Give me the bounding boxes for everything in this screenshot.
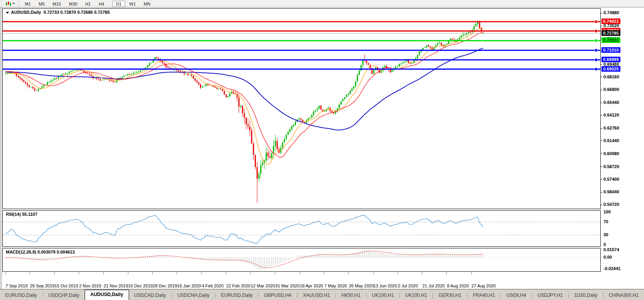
time-axis-label: 4 Feb 2020 bbox=[202, 283, 224, 288]
price-axis-tick: 0.64120 bbox=[601, 113, 619, 117]
macd-label: MACD(12,26,9) 0.003079 0.004613 bbox=[6, 250, 75, 254]
current-price-label: 0.72785 bbox=[601, 30, 620, 36]
level-price-label: 0.71010 bbox=[601, 47, 620, 53]
chevron-down-icon bbox=[13, 3, 15, 4]
timeframe-m5-button[interactable]: M5 bbox=[35, 1, 48, 7]
time-axis-label: 8 Aug 2020 bbox=[447, 283, 469, 288]
price-axis-tick: 0.68160 bbox=[601, 74, 619, 79]
time-axis-tick bbox=[471, 272, 472, 274]
time-axis-label: 26 Sep 2019 bbox=[30, 283, 54, 288]
chart-tab-hk50-h1[interactable]: HK50,H1 bbox=[336, 291, 366, 300]
time-axis-tick bbox=[201, 272, 202, 274]
chart-title: AUDUSD,Daily 0.72733 0.72870 0.72685 0.7… bbox=[6, 10, 110, 15]
toolbar-grip[interactable] bbox=[1, 1, 3, 6]
level-price-label: 0.69025 bbox=[601, 66, 620, 72]
chart-tab-dj30-daily[interactable]: DJ30,Daily bbox=[569, 291, 602, 300]
time-axis-tick bbox=[275, 272, 275, 274]
chart-tab-ger30-h1[interactable]: GER30,H1 bbox=[433, 291, 466, 300]
time-axis-tick bbox=[79, 272, 79, 274]
rsi-label: RSI(14) 55.1107 bbox=[6, 212, 37, 217]
timeframe-m1-button[interactable]: M1 bbox=[21, 1, 34, 7]
time-axis-tick bbox=[446, 272, 447, 274]
timeframe-h4-button[interactable]: H4 bbox=[95, 1, 107, 7]
chart-dropdown-icon[interactable] bbox=[6, 12, 9, 14]
main-chart-canvas[interactable] bbox=[3, 9, 600, 209]
time-axis-label: 27 Aug 2020 bbox=[472, 283, 496, 288]
time-axis-tick bbox=[5, 272, 6, 274]
time-axis-label: 18 Apr 2020 bbox=[300, 283, 323, 288]
chart-tab-usoil-h4[interactable]: USOil,H4 bbox=[501, 291, 531, 300]
chart-ohlc-values: 0.72733 0.72870 0.72685 0.72785 bbox=[44, 10, 110, 15]
chart-tab-usdjpy-h1[interactable]: USDJPY,H1 bbox=[533, 291, 568, 300]
time-axis-tick bbox=[177, 272, 177, 274]
time-axis-label: 12 Mar 2020 bbox=[251, 283, 275, 288]
timeframe-m15-button[interactable]: M15 bbox=[49, 1, 65, 7]
timeframe-m30-button[interactable]: M30 bbox=[65, 1, 81, 7]
time-axis-tick bbox=[226, 272, 226, 274]
level-price-label: 0.72022 bbox=[601, 37, 620, 43]
time-axis-tick bbox=[324, 272, 324, 274]
timeframe-d1-button[interactable]: D1 bbox=[113, 1, 125, 7]
macd-axis-label: 0.00 bbox=[603, 255, 612, 259]
time-axis-tick bbox=[30, 272, 30, 274]
chart-tab-audusd-daily[interactable]: AUDUSD,Daily bbox=[85, 290, 129, 300]
rsi-canvas[interactable] bbox=[3, 211, 600, 246]
time-axis-label: 13 Jun 2020 bbox=[374, 283, 398, 288]
time-axis-tick bbox=[422, 272, 422, 274]
chart-tab-usdcnh-daily[interactable]: USDCNH,Daily bbox=[172, 291, 215, 300]
timeframe-mn-button[interactable]: MN bbox=[140, 1, 154, 7]
timeframe-w1-button[interactable]: W1 bbox=[126, 1, 140, 7]
chart-tab-uk100-h1[interactable]: UK100,H1 bbox=[400, 291, 432, 300]
main-chart-panel[interactable]: AUDUSD,Daily 0.72733 0.72870 0.72685 0.7… bbox=[2, 8, 601, 209]
time-axis-label: 15 Oct 2019 bbox=[55, 283, 78, 288]
time-axis-tick bbox=[250, 272, 251, 274]
chart-tab-usdchf-daily[interactable]: USDCHF,Daily bbox=[43, 291, 85, 300]
macd-axis-label: -0.02441 bbox=[603, 266, 620, 271]
price-axis-tick: 0.56040 bbox=[601, 189, 619, 194]
price-axis-tick: 0.74880 bbox=[601, 10, 619, 15]
chart-type-button[interactable] bbox=[4, 0, 17, 7]
mt4-window: M1M5M15M30H1H4D1W1MN AUDUSD,Daily 0.7273… bbox=[0, 0, 644, 300]
chart-tab-gbpusd-h4[interactable]: GBPUSD,H4 bbox=[259, 291, 296, 300]
chart-tab-china300-h1[interactable]: CHINA300,H1 bbox=[603, 291, 644, 300]
time-axis-tick bbox=[398, 272, 398, 274]
time-axis-tick bbox=[373, 272, 374, 274]
time-axis-label: 7 Sep 2019 bbox=[6, 283, 28, 288]
candlestick-chart-icon bbox=[6, 1, 11, 6]
chart-tab-fra40-h1[interactable]: FRA40,H1 bbox=[468, 291, 500, 300]
macd-axis-label: 0.01574 bbox=[603, 247, 619, 252]
price-axis-tick: 0.60080 bbox=[601, 151, 619, 156]
timeframe-buttons: M1M5M15M30H1H4D1W1MN bbox=[21, 0, 154, 7]
time-axis-tick bbox=[152, 272, 153, 274]
timeframe-toolbar: M1M5M15M30H1H4D1W1MN bbox=[0, 0, 644, 7]
rsi-axis-label: 70 bbox=[603, 219, 608, 224]
time-axis-label: 26 May 2020 bbox=[349, 283, 374, 288]
chart-tab-usdcad-daily[interactable]: USDCAD,Daily bbox=[129, 291, 171, 300]
price-axis-tick: 0.57400 bbox=[601, 177, 619, 181]
time-axis-tick bbox=[128, 272, 128, 274]
time-axis-label: 31 Mar 2020 bbox=[275, 283, 300, 288]
price-axis-tick: 0.58720 bbox=[601, 164, 619, 169]
price-axis[interactable]: 0.748800.735200.721600.708400.694800.681… bbox=[601, 7, 644, 289]
macd-canvas[interactable] bbox=[3, 248, 600, 271]
price-axis-tick: 0.66800 bbox=[601, 87, 619, 92]
chart-symbol-label: AUDUSD,Daily bbox=[11, 10, 41, 15]
time-axis-tick bbox=[54, 272, 55, 274]
rsi-axis-label: 0 bbox=[603, 242, 606, 247]
time-axis-tick bbox=[348, 272, 349, 274]
chart-tab-eurusd-daily[interactable]: EURUSD,Daily bbox=[216, 291, 258, 300]
time-axis-label: 22 Feb 2020 bbox=[226, 283, 251, 288]
time-axis-tick bbox=[300, 272, 300, 274]
time-axis-label: 10 Dec 2019 bbox=[128, 283, 153, 288]
rsi-panel[interactable]: RSI(14) 55.1107 bbox=[2, 210, 601, 247]
time-axis-label: 28 Dec 2019 bbox=[153, 283, 177, 288]
timeframe-h1-button[interactable]: H1 bbox=[81, 1, 94, 7]
time-axis-label: 21 Jul 2020 bbox=[422, 283, 445, 288]
time-axis-tick bbox=[103, 272, 104, 274]
chart-tab-uk100-h1[interactable]: UK100,H1 bbox=[367, 291, 399, 300]
time-axis[interactable]: 7 Sep 201926 Sep 201915 Oct 20192 Nov 20… bbox=[2, 272, 644, 290]
macd-panel[interactable]: MACD(12,26,9) 0.003079 0.004613 bbox=[2, 248, 601, 272]
chart-tab-xauusd-h1[interactable]: XAUUSD,H1 bbox=[298, 291, 335, 300]
chart-tab-eurusd-daily[interactable]: EURUSD,Daily bbox=[0, 291, 42, 300]
level-price-label: 0.69999 bbox=[601, 57, 620, 62]
